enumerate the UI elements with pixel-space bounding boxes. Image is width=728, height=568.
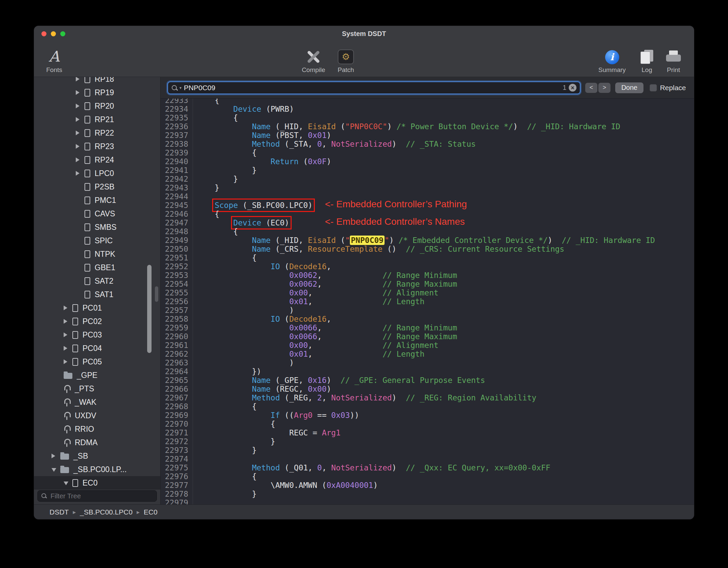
line-number: 22961: [161, 341, 193, 350]
code-token: {: [196, 472, 257, 481]
code-text: Device (EC0)<- Embedded Controller’s Nam…: [193, 218, 289, 227]
line-number: 22941: [161, 166, 193, 175]
sidebar-item-rp21[interactable]: RP21: [34, 113, 160, 126]
sidebar-item-smbs[interactable]: SMBS: [34, 220, 160, 234]
sidebar-item-rp22[interactable]: RP22: [34, 126, 160, 140]
sidebar-item-_sb[interactable]: _SB: [34, 449, 160, 463]
compile-button[interactable]: Compile: [300, 42, 327, 74]
sidebar-item-pc04[interactable]: PC04: [34, 342, 160, 355]
disclosure-right-icon[interactable]: [64, 315, 72, 328]
sidebar-item-rp18[interactable]: RP18: [34, 77, 160, 86]
search-input[interactable]: [184, 84, 560, 92]
sidebar-item-cavs[interactable]: CAVS: [34, 207, 160, 220]
sidebar-scrollbar-edge[interactable]: [155, 286, 158, 302]
disclosure-down-icon[interactable]: [64, 476, 72, 490]
close-button[interactable]: [41, 31, 46, 36]
clear-search-icon[interactable]: ×: [569, 84, 576, 92]
patch-button[interactable]: ⚙ Patch: [332, 42, 359, 74]
code-token: [196, 385, 252, 393]
print-button[interactable]: Print: [662, 42, 685, 74]
log-button[interactable]: Log: [635, 42, 658, 74]
sidebar-item-pc01[interactable]: PC01: [34, 301, 160, 315]
sidebar-item-sat2[interactable]: SAT2: [34, 274, 160, 288]
search-field[interactable]: ▾ 1 ×: [167, 81, 581, 94]
sidebar-item-pmc1[interactable]: PMC1: [34, 193, 160, 207]
sidebar-item-rdma[interactable]: RDMA: [34, 436, 160, 449]
disclosure-right-icon[interactable]: [52, 449, 60, 463]
summary-label: Summary: [598, 66, 626, 74]
code-token: NotSerialized: [331, 140, 392, 148]
code-token: [196, 236, 252, 245]
line-number: 22979: [161, 498, 193, 504]
sidebar-item-rp23[interactable]: RP23: [34, 140, 160, 153]
sidebar-item-ec0[interactable]: EC0: [34, 476, 160, 490]
replace-checkbox[interactable]: [650, 84, 657, 92]
filter-tree-input[interactable]: [51, 492, 153, 500]
sidebar-item-_pts[interactable]: _PTS: [34, 382, 160, 395]
disclosure-right-icon[interactable]: [76, 153, 85, 167]
line-number: 22935: [161, 113, 193, 122]
code-token: ): [387, 122, 397, 131]
sidebar-item-label: RP22: [95, 129, 114, 138]
breadcrumb-item[interactable]: _SB.PC00.LPC0: [80, 508, 132, 516]
line-number: 22976: [161, 472, 193, 481]
zoom-button[interactable]: [60, 31, 65, 36]
disclosure-right-icon[interactable]: [64, 301, 72, 315]
sidebar-item-label: PC04: [82, 344, 102, 353]
sidebar-item-_wak[interactable]: _WAK: [34, 395, 160, 409]
disclosure-right-icon[interactable]: [64, 355, 72, 368]
sidebar-item-rp19[interactable]: RP19: [34, 86, 160, 99]
code-line: 22965 Name (_GPE, 0x16) // _GPE: General…: [161, 376, 694, 385]
find-next-button[interactable]: >: [598, 83, 610, 93]
code-token: /* Power Button Device */: [396, 122, 513, 131]
sidebar-item-_sb-pc00-lp[interactable]: _SB.PC00.LP...: [34, 463, 160, 476]
minimize-button[interactable]: [51, 31, 56, 36]
sidebar-item-label: PC01: [82, 304, 102, 313]
summary-button[interactable]: i Summary: [598, 42, 626, 74]
sidebar-item-rp24[interactable]: RP24: [34, 153, 160, 167]
sidebar-item-p2sb[interactable]: P2SB: [34, 180, 160, 193]
code-token: {: [196, 99, 219, 105]
code-text: ): [193, 306, 294, 315]
code-token: ,: [317, 271, 383, 280]
disclosure-right-icon[interactable]: [64, 342, 72, 355]
disclosure-right-icon[interactable]: [76, 126, 85, 140]
line-number: 22971: [161, 428, 193, 437]
sidebar-item-ntpk[interactable]: NTPK: [34, 247, 160, 261]
disclosure-right-icon[interactable]: [64, 328, 72, 342]
sidebar-item-_gpe[interactable]: _GPE: [34, 368, 160, 382]
sidebar-item-sat1[interactable]: SAT1: [34, 288, 160, 301]
sidebar-item-label: RP20: [95, 102, 114, 111]
breadcrumb-item[interactable]: DSDT: [49, 508, 69, 516]
disclosure-down-icon[interactable]: [52, 463, 60, 476]
sidebar-item-gbe1[interactable]: GBE1: [34, 261, 160, 274]
sidebar-item-pc02[interactable]: PC02: [34, 315, 160, 328]
sidebar-item-uxdv[interactable]: UXDV: [34, 409, 160, 422]
fonts-button[interactable]: A Fonts: [41, 42, 68, 74]
disclosure-right-icon[interactable]: [76, 77, 85, 86]
line-number: 22949: [161, 236, 193, 245]
disclosure-right-icon[interactable]: [76, 86, 85, 99]
find-previous-button[interactable]: <: [585, 83, 597, 93]
filter-tree-field[interactable]: [37, 490, 157, 502]
sidebar-scrollbar[interactable]: [147, 265, 152, 353]
sidebar-item-spic[interactable]: SPIC: [34, 234, 160, 247]
breadcrumb-item[interactable]: EC0: [144, 508, 158, 516]
line-number: 22954: [161, 280, 193, 288]
chevron-down-icon[interactable]: ▾: [179, 85, 181, 90]
patch-gear-icon: ⚙: [338, 49, 354, 64]
code-text: {: [193, 253, 257, 262]
sidebar-item-pc05[interactable]: PC05: [34, 355, 160, 368]
disclosure-right-icon[interactable]: [76, 167, 85, 180]
disclosure-right-icon[interactable]: [76, 140, 85, 153]
sidebar-item-rp20[interactable]: RP20: [34, 99, 160, 113]
code-area[interactable]: 22933 {22934 Device (PWRB)22935 {22936 N…: [161, 99, 694, 504]
sidebar-item-rrio[interactable]: RRIO: [34, 422, 160, 436]
disclosure-right-icon[interactable]: [76, 99, 85, 113]
sidebar-item-label: PMC1: [95, 196, 116, 205]
doc-icon: [85, 277, 90, 285]
sidebar-item-lpc0[interactable]: LPC0: [34, 167, 160, 180]
disclosure-right-icon[interactable]: [76, 113, 85, 126]
done-button[interactable]: Done: [615, 82, 643, 93]
sidebar-item-pc03[interactable]: PC03: [34, 328, 160, 342]
